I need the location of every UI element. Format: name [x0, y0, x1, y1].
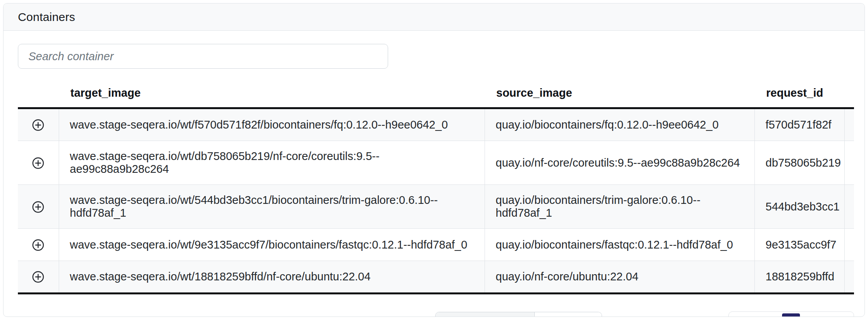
source-image-cell: quay.io/biocontainers/fq:0.12.0--h9ee064… — [485, 108, 754, 141]
clipped-cell — [844, 141, 854, 185]
pagination: Prev 1 Next — [728, 311, 854, 317]
items-per-page-select[interactable]: 10 — [535, 312, 602, 317]
source-image-cell: quay.io/nf-core/ubuntu:22.04 — [485, 261, 754, 293]
table-row: wave.stage-seqera.io/wt/db758065b219/nf-… — [18, 141, 854, 185]
request-id-cell: f570d571f82f — [754, 108, 844, 141]
page-title: Containers — [18, 10, 75, 24]
request-id-cell: 18818259bffd — [754, 261, 844, 293]
expand-cell — [18, 141, 59, 185]
clipped-cell — [844, 261, 854, 293]
table-body: wave.stage-seqera.io/wt/f570d571f82f/bio… — [18, 108, 854, 294]
clipped-cell — [844, 229, 854, 261]
request-id-cell: 9e3135acc9f7 — [754, 229, 844, 261]
target-image-cell: wave.stage-seqera.io/wt/18818259bffd/nf-… — [59, 261, 485, 293]
expand-cell — [18, 108, 59, 141]
source-image-cell: quay.io/biocontainers/fastqc:0.12.1--hdf… — [485, 229, 754, 261]
target-image-cell: wave.stage-seqera.io/wt/db758065b219/nf-… — [59, 141, 485, 185]
card-body: target_image source_image request_id wav… — [4, 31, 864, 317]
clipped-cell — [844, 108, 854, 141]
plus-circle-icon — [32, 238, 45, 252]
table-row: wave.stage-seqera.io/wt/18818259bffd/nf-… — [18, 261, 854, 293]
expand-row-button[interactable] — [32, 200, 45, 214]
table-row: wave.stage-seqera.io/wt/f570d571f82f/bio… — [18, 108, 854, 141]
column-header-target-image: target_image — [59, 80, 485, 108]
expand-cell — [18, 261, 59, 293]
table-header: target_image source_image request_id — [18, 80, 854, 108]
expand-row-button[interactable] — [32, 238, 45, 252]
table-footer: Items per page 10 Showing 1 – 5 of 5 Pre… — [18, 311, 854, 317]
plus-circle-icon — [32, 118, 45, 132]
search-input[interactable] — [18, 44, 388, 69]
source-image-cell: quay.io/nf-core/coreutils:9.5--ae99c88a9… — [485, 141, 754, 185]
plus-circle-icon — [32, 270, 45, 283]
plus-circle-icon — [32, 200, 45, 214]
containers-card: Containers target_image source_image req… — [3, 3, 865, 317]
request-id-cell: db758065b219 — [754, 141, 844, 185]
column-header-request-id: request_id — [754, 80, 844, 108]
items-per-page-label: Items per page — [436, 312, 534, 317]
expand-row-button[interactable] — [32, 118, 45, 132]
expand-row-button[interactable] — [32, 157, 45, 170]
column-header-source-image: source_image — [485, 80, 754, 108]
containers-table-wrapper: target_image source_image request_id wav… — [18, 80, 854, 294]
clipped-cell — [844, 185, 854, 229]
card-header: Containers — [4, 3, 864, 31]
target-image-cell: wave.stage-seqera.io/wt/f570d571f82f/bio… — [59, 108, 485, 141]
expand-cell — [18, 229, 59, 261]
target-image-cell: wave.stage-seqera.io/wt/9e3135acc9f7/bio… — [59, 229, 485, 261]
plus-circle-icon — [32, 157, 45, 170]
containers-table: target_image source_image request_id wav… — [18, 80, 854, 294]
source-image-cell: quay.io/biocontainers/trim-galore:0.6.10… — [485, 185, 754, 229]
table-row: wave.stage-seqera.io/wt/544bd3eb3cc1/bio… — [18, 185, 854, 229]
column-header-expand — [18, 80, 59, 108]
expand-cell — [18, 185, 59, 229]
target-image-cell: wave.stage-seqera.io/wt/544bd3eb3cc1/bio… — [59, 185, 485, 229]
request-id-cell: 544bd3eb3cc1 — [754, 185, 844, 229]
expand-row-button[interactable] — [32, 270, 45, 283]
current-page-indicator[interactable]: 1 — [782, 313, 800, 317]
column-header-extra — [844, 80, 854, 108]
items-per-page-group: Items per page 10 — [435, 312, 602, 317]
table-row: wave.stage-seqera.io/wt/9e3135acc9f7/bio… — [18, 229, 854, 261]
